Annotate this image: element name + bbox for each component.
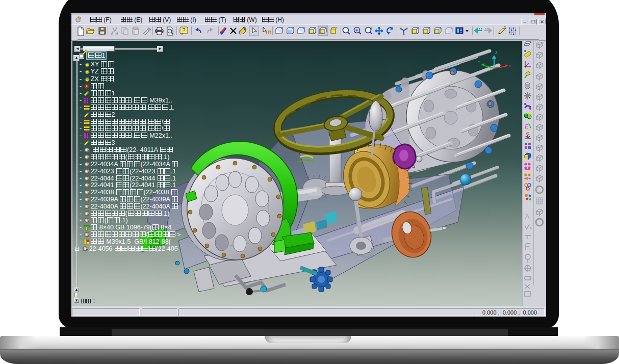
- svg-text:?: ?: [182, 27, 185, 33]
- svg-text:Y: Y: [478, 60, 481, 64]
- svg-text:x: x: [530, 225, 532, 230]
- svg-text:Z: Z: [495, 50, 498, 55]
- svg-text:X: X: [508, 64, 511, 68]
- svg-text:A: A: [525, 213, 529, 220]
- svg-text:E: E: [524, 123, 529, 130]
- svg-text:TR: TR: [265, 30, 272, 35]
